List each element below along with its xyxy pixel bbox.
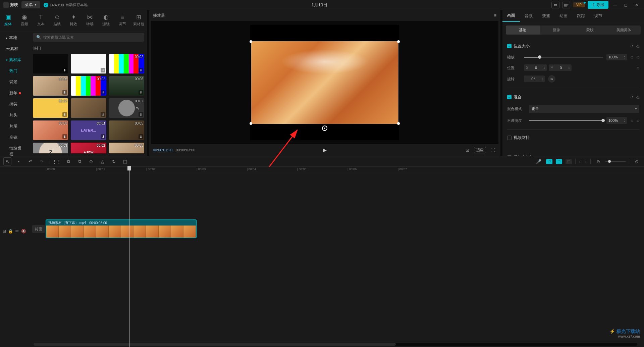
snap-option-3[interactable]: ⬚ — [566, 159, 572, 164]
scale-keyframe-2[interactable]: ◇ — [637, 55, 639, 59]
opacity-keyframe[interactable]: ◇ — [631, 118, 633, 123]
download-icon[interactable]: ⬇ — [101, 68, 105, 72]
thumbnail-6[interactable]: 00:03⬇ — [33, 98, 68, 118]
download-icon[interactable]: ⬇ — [139, 68, 143, 72]
prop-tab-5[interactable]: 调节 — [590, 10, 607, 22]
resize-handle-tr[interactable] — [397, 40, 400, 43]
play-button[interactable]: ▶ — [323, 147, 327, 153]
media-tab-8[interactable]: ⊞素材包 — [130, 10, 147, 30]
scale-slider[interactable] — [524, 57, 603, 58]
position-x-input[interactable]: X0▴▾ — [524, 64, 547, 71]
sub-tab-1[interactable]: 抠像 — [540, 26, 574, 35]
timeline-scrollbar[interactable] — [34, 343, 637, 346]
opacity-input[interactable]: 100%▴▾ — [606, 117, 627, 124]
track-area[interactable]: ⊟ 🔒 👁 🔇 封面 视频素材（有字幕）.mp4 00:00:03:00 — [0, 174, 644, 342]
player-menu-icon[interactable]: ≡ — [494, 13, 496, 18]
thumbnail-9[interactable]: 00:03⬇ — [33, 120, 68, 140]
snap-option-1[interactable]: ⬚ — [546, 159, 552, 164]
opacity-keyframe-2[interactable]: ◇ — [637, 118, 639, 123]
playhead[interactable] — [129, 167, 129, 347]
thumbnail-3[interactable]: 00:05⬇ — [33, 76, 68, 96]
download-icon[interactable]: ⬇ — [62, 112, 67, 117]
category-6[interactable]: 空镜 — [0, 132, 30, 143]
video-frame[interactable] — [250, 25, 399, 140]
timeline-ruler[interactable]: | 00:00| 00:01| 00:02| 00:03| 00:04| 00:… — [0, 167, 644, 174]
zoom-slider[interactable] — [605, 161, 626, 162]
search-input[interactable] — [43, 35, 141, 39]
thumbnail-0[interactable]: ⬇ — [33, 54, 68, 73]
minimize-button[interactable]: — — [611, 1, 619, 9]
scrollbar-thumb[interactable] — [34, 343, 396, 346]
flip-horizontal-button[interactable]: ⇋ — [548, 75, 555, 83]
crop-tool[interactable]: ⬚ — [121, 157, 129, 165]
redo-button[interactable]: ↷ — [38, 157, 46, 165]
rotate-tool[interactable]: ↻ — [110, 157, 118, 165]
layout-button-2[interactable]: ▥ ▾ — [562, 2, 570, 8]
player-viewport[interactable] — [151, 21, 498, 144]
position-y-input[interactable]: Y0▴▾ — [549, 64, 572, 71]
keyframe-icon[interactable]: ◇ — [636, 95, 639, 100]
delete-right-tool[interactable]: ⧉ — [75, 157, 84, 165]
thumbnail-8[interactable]: 00:02⬇ — [109, 98, 144, 118]
thumbnail-13[interactable]: A FEW00:02⬇ — [71, 143, 106, 153]
sidebar-local[interactable]: ▸本地 — [0, 32, 30, 43]
media-tab-5[interactable]: ⋈转场 — [82, 10, 98, 30]
sub-tab-0[interactable]: 基础 — [506, 26, 540, 35]
download-icon[interactable]: ⬇ — [101, 134, 105, 139]
fullscreen-button[interactable]: ⛶ — [489, 147, 496, 153]
rotate-input[interactable]: 0°▴▾ — [524, 76, 545, 82]
prop-tab-4[interactable]: 跟踪 — [572, 10, 590, 22]
track-toggle-button[interactable]: ⊟ — [3, 229, 6, 234]
maximize-button[interactable]: ◻ — [622, 1, 630, 9]
category-3[interactable]: 搞笑 — [0, 99, 30, 110]
cover-button[interactable]: 封面 — [32, 225, 45, 233]
keyframe-icon[interactable]: ◇ — [636, 44, 639, 49]
record-audio-button[interactable]: 🎤 — [535, 157, 543, 165]
zoom-out-button[interactable]: ⊖ — [594, 157, 602, 165]
sidebar-cloud[interactable]: 云素材 — [0, 43, 30, 54]
mirror-tool[interactable]: △ — [98, 157, 106, 165]
prop-tab-0[interactable]: 画面 — [502, 10, 520, 22]
category-1[interactable]: 背景 — [0, 77, 30, 88]
download-icon[interactable]: ⬇ — [62, 90, 67, 95]
category-5[interactable]: 片尾 — [0, 121, 30, 132]
magnet-button[interactable]: ⊏⊐ — [579, 157, 587, 165]
anchor-icon[interactable] — [322, 126, 327, 131]
resize-handle-tl[interactable] — [250, 40, 252, 43]
category-2[interactable]: 新年 — [0, 88, 30, 99]
opacity-slider[interactable] — [529, 120, 603, 121]
crop-frame-button[interactable]: ⊡ — [464, 147, 471, 153]
video-clip[interactable]: 视频素材（有字幕）.mp4 00:00:03:00 — [46, 219, 197, 238]
media-tab-7[interactable]: ≡调节 — [114, 10, 131, 30]
position-size-toggle[interactable]: ✓ 位置大小 — [507, 43, 530, 49]
thumbnail-11[interactable]: 00:05⬇ — [109, 120, 144, 140]
media-tab-2[interactable]: T文本 — [33, 10, 49, 30]
playhead-handle-icon[interactable] — [127, 166, 131, 170]
zoom-fit-button[interactable]: ⊙ — [633, 157, 641, 165]
media-tab-6[interactable]: ◐滤镜 — [98, 10, 114, 30]
prop-tab-3[interactable]: 动画 — [555, 10, 572, 22]
thumbnail-1[interactable]: ⬇ — [71, 54, 106, 73]
media-tab-3[interactable]: ☺贴纸 — [49, 10, 65, 30]
stabilize-toggle[interactable]: 视频防抖 — [507, 135, 530, 141]
category-4[interactable]: 片头 — [0, 110, 30, 121]
reset-icon[interactable]: ↺ — [630, 44, 634, 49]
position-keyframe[interactable]: ◇ — [637, 66, 639, 70]
download-icon[interactable]: ⬇ — [139, 112, 143, 117]
undo-button[interactable]: ↶ — [26, 157, 34, 165]
category-7[interactable]: 情绪爆梗 — [0, 143, 30, 156]
close-button[interactable]: ✕ — [633, 1, 641, 9]
download-icon[interactable]: ⬇ — [62, 68, 67, 72]
layout-button-1[interactable]: ▭ — [551, 2, 559, 8]
prop-tab-1[interactable]: 音频 — [520, 10, 537, 22]
thumbnail-7[interactable]: ⬇ — [71, 98, 106, 118]
track-mute-button[interactable]: 🔇 — [21, 229, 26, 234]
search-box[interactable]: 🔍 — [33, 33, 144, 42]
download-icon[interactable]: ⬇ — [101, 112, 105, 117]
track-visible-button[interactable]: 👁 — [15, 229, 19, 234]
download-icon[interactable]: ⬇ — [139, 134, 143, 139]
category-0[interactable]: 热门 — [0, 65, 30, 77]
selection-tool[interactable]: ↖ — [3, 157, 11, 165]
scale-input[interactable]: 100%▴▾ — [606, 54, 627, 60]
resize-handle-br[interactable] — [397, 122, 400, 125]
